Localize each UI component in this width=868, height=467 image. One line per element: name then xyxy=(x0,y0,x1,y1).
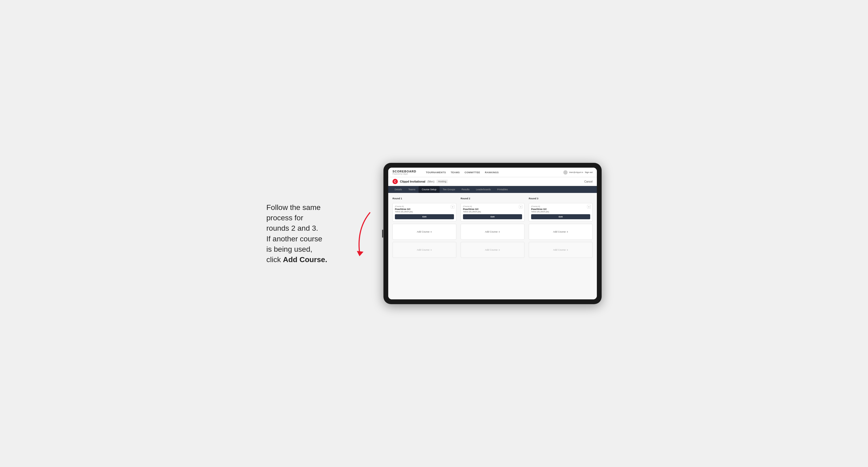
annotation-arrow xyxy=(351,207,373,260)
round-2-course-tag: (Course A) xyxy=(463,206,522,207)
tab-teams[interactable]: Teams xyxy=(405,186,419,193)
logo-area: SCOREBOARD Powered by clippd xyxy=(393,170,416,175)
tablet-screen: SCOREBOARD Powered by clippd TOURNAMENTS… xyxy=(388,168,597,299)
tab-course-setup[interactable]: Course Setup xyxy=(418,186,440,193)
round-2-course-card: × (Course A) Peachtree GC Yellow (M) (66… xyxy=(461,203,524,222)
round-2-course-details: Yellow (M) (6629 yds) xyxy=(463,211,522,213)
round-2-add-course-2: Add Course + xyxy=(461,242,524,258)
round-2-edit-button[interactable]: Edit xyxy=(463,214,522,219)
round-1-add-course-2: Add Course + xyxy=(393,242,456,258)
add-plus-icon-2: + xyxy=(430,249,432,251)
instruction-text: Follow the same process for rounds 2 and… xyxy=(266,202,341,265)
nav-rankings[interactable]: RANKINGS xyxy=(485,171,499,174)
tablet-frame: SCOREBOARD Powered by clippd TOURNAMENTS… xyxy=(383,163,602,304)
instruction-line3: rounds 2 and 3. xyxy=(266,224,318,232)
tournament-gender: (Men) xyxy=(427,180,434,183)
instruction-bold: Add Course. xyxy=(283,255,327,264)
tab-leaderboards[interactable]: Leaderboards xyxy=(473,186,494,193)
nav-committee[interactable]: COMMITTEE xyxy=(465,171,480,174)
tab-tee-groups[interactable]: Tee Groups xyxy=(440,186,459,193)
round-3-course-name: Peachtree GC xyxy=(531,208,590,211)
round-3-edit-button[interactable]: Edit xyxy=(531,214,590,219)
nav-links: TOURNAMENTS TEAMS COMMITTEE RANKINGS xyxy=(426,171,557,174)
round-3-column: Round 3 × (Course A) Peachtree GC Yellow… xyxy=(529,197,593,258)
round-3-add-course-2: Add Course + xyxy=(529,242,593,258)
round-1-course-details: Yellow (M) (6629 yds) xyxy=(395,211,454,213)
round-2-remove-button[interactable]: × xyxy=(519,205,523,209)
rounds-grid: Round 1 × (Course A) Peachtree GC Yellow… xyxy=(393,197,593,258)
instruction-line2: process for xyxy=(266,214,303,222)
tab-printables[interactable]: Printables xyxy=(494,186,511,193)
instruction-line5: is being used, xyxy=(266,245,312,253)
svg-marker-0 xyxy=(357,251,364,256)
round-1-add-course-text-2: Add Course xyxy=(417,249,430,251)
tournament-info: C Clippd Invitational (Men) Hosting xyxy=(393,179,448,184)
tab-bar: Details Teams Course Setup Tee Groups Re… xyxy=(388,186,597,193)
round-1-course-name: Peachtree GC xyxy=(395,208,454,211)
round-1-edit-button[interactable]: Edit xyxy=(395,214,454,219)
round-2-add-course-text-1: Add Course xyxy=(485,230,498,233)
tablet-side-button xyxy=(382,230,383,238)
clippd-logo: C xyxy=(393,179,398,184)
round-3-add-course-1[interactable]: Add Course + xyxy=(529,224,593,240)
nav-right: blair@clippd.io Sign out xyxy=(563,170,593,175)
add-plus-icon-6: + xyxy=(566,249,568,251)
round-3-add-course-label-2: Add Course + xyxy=(553,249,568,251)
sub-header: C Clippd Invitational (Men) Hosting Canc… xyxy=(388,177,597,186)
add-plus-icon-5: + xyxy=(566,230,568,234)
tab-results[interactable]: Results xyxy=(459,186,473,193)
tab-details[interactable]: Details xyxy=(392,186,405,193)
round-1-add-course-label-1: Add Course + xyxy=(417,230,432,234)
round-2-label: Round 2 xyxy=(461,197,524,200)
round-2-add-course-label-1: Add Course + xyxy=(485,230,500,234)
round-1-add-course-1[interactable]: Add Course + xyxy=(393,224,456,240)
logo-scoreboard: SCOREBOARD xyxy=(393,170,416,173)
round-3-add-course-label-1: Add Course + xyxy=(553,230,568,234)
tournament-name: Clippd Invitational xyxy=(400,180,425,183)
round-1-add-course-text-1: Add Course xyxy=(417,230,430,233)
cancel-button[interactable]: Cancel xyxy=(584,180,593,183)
round-1-column: Round 1 × (Course A) Peachtree GC Yellow… xyxy=(393,197,456,258)
main-content: Round 1 × (Course A) Peachtree GC Yellow… xyxy=(388,193,597,299)
round-3-add-course-text-1: Add Course xyxy=(553,230,566,233)
sign-out-link[interactable]: Sign out xyxy=(585,171,593,174)
round-1-course-tag: (Course A) xyxy=(395,206,454,207)
round-1-course-card: × (Course A) Peachtree GC Yellow (M) (66… xyxy=(393,203,456,222)
round-1-label: Round 1 xyxy=(393,197,456,200)
instruction-line6: click xyxy=(266,255,283,264)
top-nav: SCOREBOARD Powered by clippd TOURNAMENTS… xyxy=(388,168,597,177)
round-3-course-card: × (Course A) Peachtree GC Yellow (M) (66… xyxy=(529,203,593,222)
logo-powered: Powered by clippd xyxy=(393,173,416,175)
round-1-remove-button[interactable]: × xyxy=(451,205,455,209)
user-email: blair@clippd.io xyxy=(569,171,583,174)
round-1-add-course-label-2: Add Course + xyxy=(417,249,432,251)
hosting-badge: Hosting xyxy=(436,180,448,183)
add-plus-icon-3: + xyxy=(498,230,500,234)
add-plus-icon-1: + xyxy=(430,230,432,234)
round-3-add-course-text-2: Add Course xyxy=(553,249,566,251)
round-2-add-course-1[interactable]: Add Course + xyxy=(461,224,524,240)
user-avatar xyxy=(563,170,567,175)
instruction-line1: Follow the same xyxy=(266,203,321,212)
round-3-label: Round 3 xyxy=(529,197,593,200)
round-2-add-course-text-2: Add Course xyxy=(485,249,498,251)
round-2-course-name: Peachtree GC xyxy=(463,208,522,211)
round-2-column: Round 2 × (Course A) Peachtree GC Yellow… xyxy=(461,197,524,258)
nav-teams[interactable]: TEAMS xyxy=(451,171,460,174)
add-plus-icon-4: + xyxy=(498,249,500,251)
instruction-line4: If another course xyxy=(266,235,322,243)
nav-tournaments[interactable]: TOURNAMENTS xyxy=(426,171,446,174)
round-2-add-course-label-2: Add Course + xyxy=(485,249,500,251)
round-3-course-tag: (Course A) xyxy=(531,206,590,207)
round-3-remove-button[interactable]: × xyxy=(587,205,591,209)
round-3-course-details: Yellow (M) (6629 yds) xyxy=(531,211,590,213)
page-wrapper: Follow the same process for rounds 2 and… xyxy=(248,163,620,304)
